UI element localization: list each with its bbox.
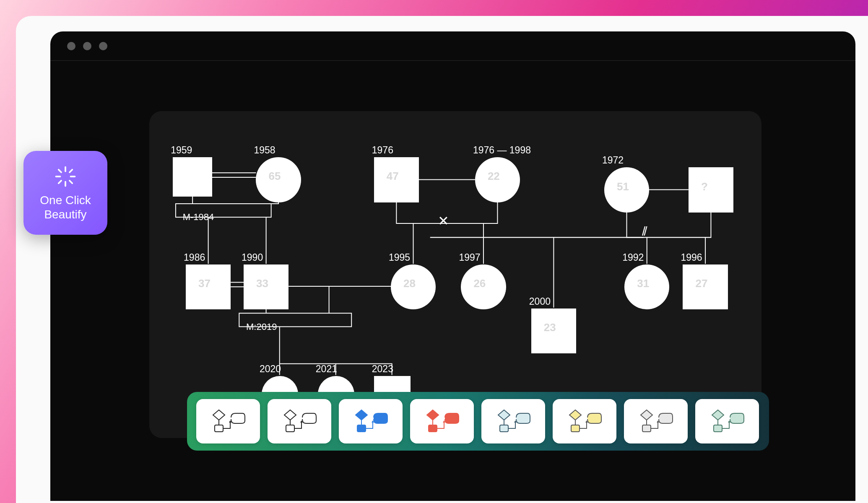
style-option-s3[interactable] — [339, 399, 403, 443]
svg-rect-17 — [357, 425, 366, 432]
node-year-label: 1972 — [602, 155, 624, 166]
genogram-node-p1959[interactable] — [173, 157, 212, 197]
svg-marker-28 — [641, 410, 652, 420]
genogram-node-punk[interactable] — [689, 167, 733, 213]
marriage-label: M-1984 — [183, 212, 214, 223]
node-age-label: 26 — [473, 277, 486, 290]
beautify-label: One ClickBeautify — [40, 193, 91, 221]
svg-line-6 — [59, 170, 61, 172]
svg-marker-25 — [569, 410, 581, 420]
node-age-label: 28 — [403, 277, 416, 290]
node-age-label: 31 — [637, 277, 649, 290]
node-age-label: 27 — [695, 277, 707, 290]
traffic-light-zoom[interactable] — [99, 42, 107, 50]
node-age-label: 51 — [617, 180, 629, 193]
node-age-label: 65 — [268, 170, 281, 183]
node-age-label: 47 — [387, 170, 399, 183]
node-year-label: 1992 — [622, 252, 644, 263]
style-option-s7[interactable] — [624, 399, 688, 443]
node-year-label: 1959 — [171, 145, 192, 156]
divorce-cross-icon: ✕ — [438, 213, 449, 229]
svg-rect-11 — [215, 425, 223, 432]
svg-marker-13 — [284, 410, 296, 420]
node-year-label: 1990 — [242, 252, 263, 263]
style-picker-toolbar — [187, 392, 769, 451]
svg-rect-23 — [500, 425, 508, 432]
svg-marker-16 — [356, 410, 367, 420]
svg-rect-20 — [429, 425, 437, 432]
node-year-label: 1976 — [372, 145, 393, 156]
svg-marker-10 — [213, 410, 225, 420]
style-option-s5[interactable] — [481, 399, 545, 443]
style-option-s1[interactable] — [196, 399, 260, 443]
svg-rect-14 — [286, 425, 294, 432]
window-titlebar — [50, 31, 855, 61]
style-option-s4[interactable] — [410, 399, 474, 443]
svg-marker-31 — [712, 410, 724, 420]
separation-slashes-icon: // — [642, 224, 646, 239]
style-option-s6[interactable] — [553, 399, 616, 443]
style-option-s8[interactable] — [695, 399, 759, 443]
svg-rect-26 — [571, 425, 580, 432]
node-age-label: 37 — [198, 277, 211, 290]
genogram-svg — [149, 111, 761, 437]
node-year-label: 2023 — [372, 363, 393, 375]
svg-rect-32 — [714, 425, 722, 432]
node-year-label: 1986 — [184, 252, 205, 263]
node-year-label: 1958 — [254, 145, 275, 156]
node-year-label: 1976 — 1998 — [473, 145, 531, 156]
node-age-label: 23 — [544, 321, 556, 334]
one-click-beautify-badge[interactable]: One ClickBeautify — [23, 151, 107, 235]
node-year-label: 1997 — [459, 252, 480, 263]
svg-rect-29 — [642, 425, 651, 432]
node-age-label: 22 — [488, 170, 500, 183]
svg-marker-22 — [498, 410, 510, 420]
node-year-label: 2021 — [316, 363, 337, 375]
traffic-light-minimize[interactable] — [83, 42, 91, 50]
node-year-label: 2000 — [529, 296, 551, 307]
node-year-label: 1995 — [389, 252, 410, 263]
traffic-light-close[interactable] — [67, 42, 75, 50]
node-year-label: 2020 — [260, 363, 281, 375]
node-age-label: 33 — [256, 277, 268, 290]
svg-line-7 — [70, 181, 72, 183]
sparkle-icon — [53, 164, 78, 189]
node-age-label: ? — [701, 180, 708, 193]
node-year-label: 1996 — [681, 252, 702, 263]
diagram-canvas[interactable]: 19591958651986371990331976471976 — 19982… — [149, 111, 761, 438]
marriage-label: M:2019 — [246, 322, 277, 332]
svg-line-8 — [70, 170, 72, 172]
svg-line-9 — [59, 181, 61, 183]
style-option-s2[interactable] — [268, 399, 331, 443]
svg-marker-19 — [427, 410, 439, 420]
